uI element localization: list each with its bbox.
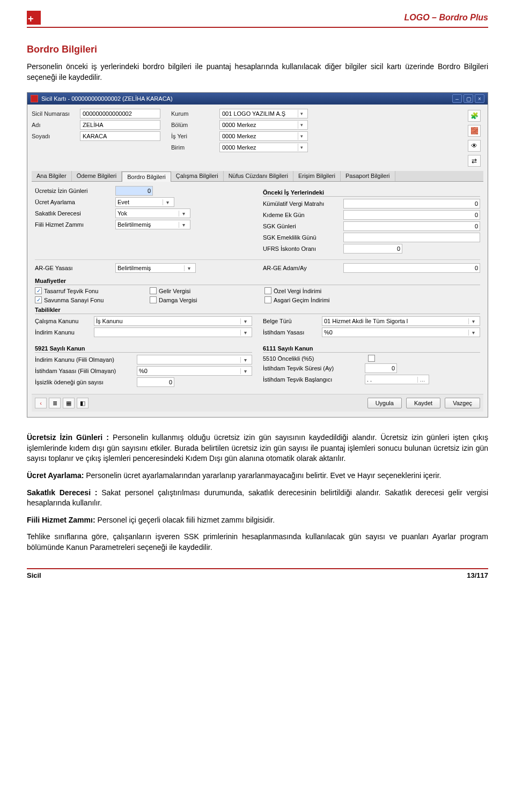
field-bolum[interactable]: 0000 Merkez▾: [219, 120, 308, 130]
field-fhz[interactable]: Belirtilmemiş▾: [115, 220, 190, 229]
label-adi: Adı: [32, 122, 80, 128]
tab-calisma-bilgileri[interactable]: Çalışma Bilgileri: [171, 171, 224, 181]
tab-pasaport-bilgileri[interactable]: Pasaport Bilgileri: [341, 171, 395, 181]
tab-erisim-bilgileri[interactable]: Erişim Bilgileri: [293, 171, 341, 181]
tab-bordro-bilgileri[interactable]: Bordro Bilgileri: [122, 172, 171, 182]
lbl-arge-yasasi: AR-GE Yasası: [35, 265, 115, 271]
label-kurum: Kurum: [171, 110, 219, 117]
field-its[interactable]: 0: [365, 363, 397, 373]
field-sgke[interactable]: [343, 233, 480, 242]
cancel-button[interactable]: Vazgeç: [445, 398, 480, 408]
label-soyadi: Soyadı: [32, 133, 80, 139]
field-isyeri[interactable]: 0000 Merkez▾: [219, 131, 308, 141]
field-adi[interactable]: ZELİHA: [80, 120, 160, 130]
close-button[interactable]: ×: [475, 94, 484, 103]
field-ufrs[interactable]: 0: [343, 244, 402, 254]
ellipsis-icon[interactable]: …: [417, 377, 427, 383]
group-5921: 5921 Sayılı Kanun: [35, 345, 252, 353]
field-iogs[interactable]: 0: [137, 377, 174, 387]
minimize-button[interactable]: –: [452, 94, 462, 103]
save-button[interactable]: Kaydet: [406, 398, 440, 408]
toolbar-icon-back[interactable]: ‹: [35, 398, 47, 408]
chevron-down-icon[interactable]: ▾: [468, 330, 478, 336]
chevron-down-icon[interactable]: ▾: [298, 121, 305, 129]
field-soyadi[interactable]: KARACA: [80, 131, 160, 141]
chk-dv[interactable]: Damga Vergisi: [150, 296, 246, 303]
field-iy[interactable]: %0▾: [322, 327, 480, 337]
field-sd[interactable]: Yok▾: [115, 208, 190, 218]
chevron-down-icon[interactable]: ▾: [184, 265, 194, 271]
chk-agi[interactable]: Asgari Geçim İndirimi: [264, 296, 361, 303]
footer-page: 13/117: [467, 571, 488, 579]
tab-nufus-bilgileri[interactable]: Nüfus Cüzdanı Bilgileri: [224, 171, 293, 181]
side-icon-2[interactable]: 🧱: [468, 125, 481, 137]
chevron-down-icon[interactable]: ▾: [298, 110, 305, 117]
chevron-down-icon[interactable]: ▾: [163, 199, 172, 205]
toolbar-icon-grid[interactable]: ▦: [63, 398, 75, 408]
field-arge-yasasi[interactable]: Belirtilmemiş▾: [115, 263, 196, 273]
chevron-down-icon[interactable]: ▾: [298, 132, 305, 140]
group-6111: 6111 Sayılı Kanun: [263, 345, 480, 353]
label-isyeri: İş Yeri: [171, 133, 219, 139]
lbl-sd: Sakatlık Derecesi: [35, 210, 115, 217]
chevron-down-icon[interactable]: ▾: [468, 318, 478, 324]
chk-ssf[interactable]: ✓Savunma Sanayi Fonu: [35, 296, 131, 303]
field-keg[interactable]: 0: [343, 210, 480, 220]
chevron-down-icon[interactable]: ▾: [240, 368, 250, 374]
lbl-ik: İndirim Kanunu: [35, 329, 94, 336]
apply-button[interactable]: Uygula: [367, 398, 402, 408]
toolbar-icon-misc[interactable]: ◧: [77, 398, 89, 408]
chevron-down-icon[interactable]: ▾: [240, 330, 250, 336]
label-bolum: Bölüm: [171, 122, 219, 128]
chevron-down-icon[interactable]: ▾: [240, 318, 250, 324]
field-sicil-no[interactable]: 000000000000002: [80, 109, 160, 118]
field-kvm[interactable]: 0: [343, 199, 480, 208]
side-icon-4[interactable]: ⇄: [468, 155, 481, 167]
field-uig[interactable]: 0: [115, 186, 153, 196]
field-sgk[interactable]: 0: [343, 221, 480, 231]
check-icon: [264, 287, 271, 294]
chevron-down-icon[interactable]: ▾: [179, 211, 188, 217]
tab-odeme-bilgileri[interactable]: Ödeme Bilgileri: [72, 171, 122, 181]
p-fiili-hizmet: Fiili Hizmet Zammı: Personel içi geçerli…: [27, 515, 488, 526]
footer-section: Sicil: [27, 571, 41, 579]
window-title: Sicil Kartı - 000000000000002 (ZELİHA KA…: [41, 95, 173, 102]
toolbar-icon-list[interactable]: ≣: [49, 398, 61, 408]
lbl-itb: İstihdam Teşvik Başlangıcı: [263, 376, 365, 383]
check-icon: [150, 296, 157, 303]
label-sicil-no: Sicil Numarası: [32, 110, 80, 117]
field-ck[interactable]: İş Kanunu▾: [94, 316, 252, 326]
field-arge-adam[interactable]: 0: [343, 263, 480, 273]
lbl-its: İstihdam Teşvik Süresi (Ay): [263, 365, 365, 371]
field-ua[interactable]: Evet▾: [115, 197, 174, 207]
side-icon-3[interactable]: 👁: [468, 140, 481, 152]
chk-ovi[interactable]: Özel Vergi İndirimi: [264, 287, 361, 294]
field-itb[interactable]: . .…: [365, 375, 429, 384]
logo-icon: +: [27, 11, 41, 25]
bottom-toolbar: ‹ ≣ ▦ ◧ Uygula Kaydet Vazgeç: [32, 394, 483, 412]
app-window: Sicil Kartı - 000000000000002 (ZELİHA KA…: [27, 92, 488, 418]
brand-title: LOGO – Bordro Plus: [404, 13, 488, 23]
chk-gv[interactable]: Gelir Vergisi: [150, 287, 246, 294]
field-ik[interactable]: ▾: [94, 327, 252, 337]
window-icon: [31, 95, 38, 102]
chevron-down-icon[interactable]: ▾: [298, 144, 305, 151]
tab-strip: Ana Bilgiler Ödeme Bilgileri Bordro Bilg…: [32, 171, 483, 182]
tab-ana-bilgiler[interactable]: Ana Bilgiler: [32, 171, 72, 181]
chk-ttf[interactable]: ✓Tasarruf Teşvik Fonu: [35, 287, 131, 294]
check-icon: [150, 287, 157, 294]
chevron-down-icon[interactable]: ▾: [179, 222, 188, 228]
side-icon-1[interactable]: 🧩: [468, 110, 481, 122]
chevron-down-icon[interactable]: ▾: [240, 357, 250, 363]
lbl-iyfo: İstihdam Yasası (Fiili Olmayan): [35, 368, 137, 374]
maximize-button[interactable]: ▢: [464, 94, 473, 103]
field-ikfo[interactable]: ▾: [137, 355, 252, 364]
lbl-bt: Belge Türü: [263, 318, 322, 324]
field-birim[interactable]: 0000 Merkez▾: [219, 143, 308, 152]
field-iyfo[interactable]: %0▾: [137, 366, 252, 376]
chk-5510[interactable]: [368, 355, 375, 362]
field-bt[interactable]: 01 Hizmet Akdi İle Tüm Sigorta l▾: [322, 316, 480, 326]
lbl-kvm: Kümülatif Vergi Matrahı: [263, 200, 343, 207]
field-kurum[interactable]: 001 LOGO YAZILIM A.Ş▾: [219, 109, 308, 118]
check-icon: ✓: [35, 287, 42, 294]
